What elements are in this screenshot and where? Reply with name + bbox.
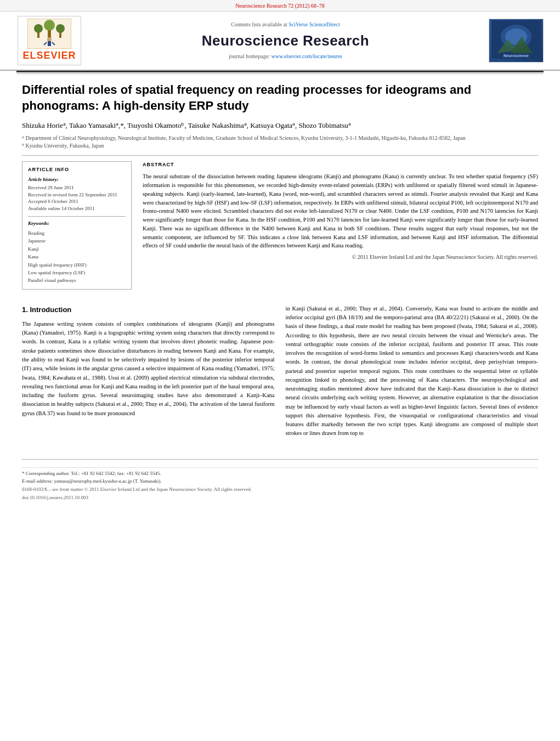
sciverse-link[interactable]: SciVerse ScienceDirect	[289, 21, 340, 27]
history-heading: Article history:	[28, 176, 126, 183]
article-title: Differential roles of spatial frequency …	[22, 82, 538, 114]
article-info-abstract-section: Article info Article history: Received 2…	[22, 161, 538, 296]
journal-header-center: Contents lists available at SciVerse Sci…	[82, 21, 489, 60]
svg-point-1	[44, 20, 55, 31]
header-divider-thick	[16, 71, 544, 72]
journal-logo-right: Neuroscience Research	[489, 19, 544, 63]
journal-header: ELSEVIER Contents lists available at Sci…	[0, 12, 560, 71]
keyword-item: Kanji	[28, 245, 126, 253]
received-revised: Received in revised form 22 September 20…	[28, 191, 126, 199]
keyword-item: Parallel visual pathways	[28, 276, 126, 284]
elsevier-label: ELSEVIER	[22, 49, 76, 63]
svg-text:Neuroscience: Neuroscience	[504, 54, 529, 58]
elsevier-logo: ELSEVIER	[16, 16, 82, 65]
email-note: E-mail address: yamasa@neurophy.med.kyus…	[22, 478, 538, 485]
article-info-heading: Article info	[28, 166, 126, 173]
keywords-list: ReadingJapaneseKanjiKanaHigh spatial fre…	[28, 229, 126, 285]
keywords-heading: Keywords:	[28, 220, 126, 227]
available-date: Available online 14 October 2011	[28, 205, 126, 212]
affiliation-a: ᵃ Department of Clinical Neurophysiology…	[22, 134, 538, 142]
svg-rect-6	[59, 32, 61, 38]
svg-point-5	[56, 24, 65, 33]
svg-rect-8	[48, 41, 51, 46]
main-content: Differential roles of spatial frequency …	[0, 74, 560, 454]
homepage-label: journal homepage:	[229, 53, 271, 59]
keyword-item: Kana	[28, 253, 126, 261]
abstract-copyright: © 2011 Elsevier Ireland Ltd and the Japa…	[143, 253, 538, 261]
elsevier-tree-icon	[27, 19, 71, 49]
svg-rect-4	[37, 32, 39, 38]
received-date: Received 29 June 2011	[28, 184, 126, 191]
abstract-heading: Abstract	[143, 161, 538, 168]
contents-text: Contents lists available at	[231, 21, 289, 27]
journal-homepage: journal homepage: www.elsevier.com/locat…	[82, 53, 489, 60]
elsevier-box: ELSEVIER	[18, 16, 81, 65]
content-divider	[22, 155, 538, 156]
homepage-link[interactable]: www.elsevier.com/locate/neures	[271, 53, 342, 59]
article-info-column: Article info Article history: Received 2…	[22, 161, 132, 296]
footer-note: * Corresponding author. Tel.: +81 92 642…	[22, 459, 538, 501]
affiliations: ᵃ Department of Clinical Neurophysiology…	[22, 134, 538, 150]
accepted-date: Accepted 6 October 2011	[28, 198, 126, 205]
svg-point-3	[34, 24, 43, 33]
svg-text:Research: Research	[507, 58, 525, 59]
intro-para-1: The Japanese writing system consists of …	[22, 320, 275, 418]
journal-logo-text: Neuroscience Research	[491, 20, 541, 61]
intro-heading: 1. Introduction	[22, 304, 275, 315]
keywords-section: Keywords: ReadingJapaneseKanjiKanaHigh s…	[28, 220, 126, 284]
article-history: Article history: Received 29 June 2011 R…	[28, 176, 126, 212]
article-info-box: Article info Article history: Received 2…	[22, 161, 132, 290]
issn-line: 0168-0102/$ – see front matter © 2011 El…	[22, 486, 538, 493]
keyword-item: Low spatial frequency (LSF)	[28, 269, 126, 276]
keyword-item: Japanese	[28, 237, 126, 245]
svg-rect-2	[48, 30, 51, 38]
info-divider	[28, 216, 126, 217]
intro-para-2: in Kanji (Sakurai et al., 2000; Thuy et …	[286, 304, 539, 438]
author-list: Shizuka Horieᵃ, Takao Yamasakiᵃ,*, Tsuyo…	[22, 121, 351, 129]
svg-point-7	[47, 37, 52, 42]
keyword-item: High spatial frequency (HSF)	[28, 261, 126, 269]
affiliation-b: ᵇ Kyushu University, Fukuoka, Japan	[22, 142, 538, 150]
keyword-item: Reading	[28, 229, 126, 237]
contents-line: Contents lists available at SciVerse Sci…	[82, 21, 489, 29]
footnote-star: * Corresponding author. Tel.: +81 92 642…	[22, 470, 538, 477]
body-col-left: 1. Introduction The Japanese writing sys…	[22, 304, 275, 443]
page-container: Neuroscience Research 72 (2012) 68–78	[0, 0, 560, 501]
abstract-column: Abstract The neural substrate of the dis…	[143, 161, 538, 296]
journal-citation: Neuroscience Research 72 (2012) 68–78	[235, 3, 325, 9]
body-content: 1. Introduction The Japanese writing sys…	[22, 304, 538, 443]
journal-title: Neuroscience Research	[82, 31, 489, 50]
body-col-right: in Kanji (Sakurai et al., 2000; Thuy et …	[286, 304, 539, 443]
footnote-section: * Corresponding author. Tel.: +81 92 642…	[22, 467, 538, 485]
abstract-text: The neural substrate of the dissociation…	[143, 172, 538, 250]
journal-citation-bar: Neuroscience Research 72 (2012) 68–78	[0, 0, 560, 12]
authors: Shizuka Horieᵃ, Takao Yamasakiᵃ,*, Tsuyo…	[22, 120, 538, 131]
doi-line: doi:10.1016/j.neures.2011.10.003	[22, 494, 538, 501]
abstract-box: Abstract The neural substrate of the dis…	[143, 161, 538, 261]
journal-logo-image: Neuroscience Research	[491, 20, 541, 59]
